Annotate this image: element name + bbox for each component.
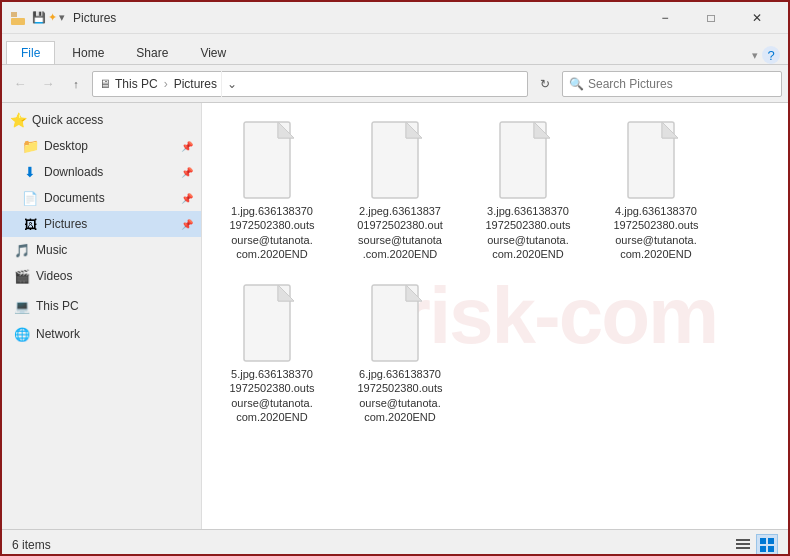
view-buttons	[732, 534, 778, 556]
search-bar[interactable]: 🔍	[562, 71, 782, 97]
this-pc-icon: 💻	[14, 298, 30, 314]
sidebar-section-quick-access[interactable]: ⭐ Quick access	[2, 107, 201, 133]
sidebar-item-music[interactable]: 🎵 Music	[2, 237, 201, 263]
sidebar-item-videos[interactable]: 🎬 Videos	[2, 263, 201, 289]
svg-rect-14	[736, 539, 750, 541]
sidebar-item-documents[interactable]: 📄 Documents 📌	[2, 185, 201, 211]
tab-file[interactable]: File	[6, 41, 55, 64]
close-button[interactable]: ✕	[734, 2, 780, 34]
refresh-button[interactable]: ↻	[532, 71, 558, 97]
file-icon-6	[368, 283, 432, 363]
address-dropdown-button[interactable]: ⌄	[221, 71, 241, 97]
breadcrumb-pictures[interactable]: Pictures	[174, 77, 217, 91]
pin-icon-pictures: 📌	[181, 219, 193, 230]
sidebar-item-this-pc[interactable]: 💻 This PC	[2, 293, 201, 319]
sidebar-documents-label: Documents	[44, 191, 105, 205]
back-button[interactable]: ←	[8, 72, 32, 96]
desktop-folder-icon: 📁	[22, 138, 38, 154]
svg-rect-16	[736, 547, 750, 549]
sidebar-videos-label: Videos	[36, 269, 72, 283]
file-name-3: 3.jpg.6361383701972502380.outsourse@tuta…	[485, 204, 570, 261]
pin-icon-downloads: 📌	[181, 167, 193, 178]
ribbon-tabs: File Home Share View ▾ ?	[2, 34, 788, 64]
sidebar-desktop-label: Desktop	[44, 139, 88, 153]
ribbon: File Home Share View ▾ ?	[2, 34, 788, 65]
svg-rect-20	[768, 546, 774, 552]
file-icon-3	[496, 120, 560, 200]
file-item-6[interactable]: 6.jpg.6361383701972502380.outsourse@tuta…	[340, 276, 460, 431]
file-name-4: 4.jpg.6361383701972502380.outsourse@tuta…	[613, 204, 698, 261]
quick-access-toolbar[interactable]: 💾 ✦ ▾	[32, 11, 65, 24]
maximize-button[interactable]: □	[688, 2, 734, 34]
file-item-4[interactable]: 4.jpg.6361383701972502380.outsourse@tuta…	[596, 113, 716, 268]
address-bar-area: ← → ↑ 🖥 This PC › Pictures ⌄ ↻ 🔍	[2, 65, 788, 103]
sidebar-network-label: Network	[36, 327, 80, 341]
svg-rect-17	[760, 538, 766, 544]
file-area: risk-com 1.jpg.6361383701972502380.outso…	[202, 103, 788, 529]
forward-button[interactable]: →	[36, 72, 60, 96]
tab-view[interactable]: View	[185, 41, 241, 64]
file-item-1[interactable]: 1.jpg.6361383701972502380.outsourse@tuta…	[212, 113, 332, 268]
app-icon	[10, 10, 26, 26]
svg-rect-0	[11, 12, 17, 17]
status-bar: 6 items	[2, 529, 788, 556]
file-item-5[interactable]: 5.jpg.6361383701972502380.outsourse@tuta…	[212, 276, 332, 431]
sidebar-item-network[interactable]: 🌐 Network	[2, 321, 201, 347]
file-item-2[interactable]: 2.jpeg.6361383701972502380.outsourse@tut…	[340, 113, 460, 268]
sidebar-item-downloads[interactable]: ⬇ Downloads 📌	[2, 159, 201, 185]
svg-rect-1	[11, 18, 25, 25]
minimize-button[interactable]: −	[642, 2, 688, 34]
breadcrumb-separator-1: ›	[164, 77, 168, 91]
downloads-icon: ⬇	[22, 164, 38, 180]
view-list-button[interactable]	[732, 534, 754, 556]
address-bar[interactable]: 🖥 This PC › Pictures ⌄	[92, 71, 528, 97]
sidebar-music-label: Music	[36, 243, 67, 257]
search-icon: 🔍	[569, 77, 584, 91]
sidebar-item-desktop[interactable]: 📁 Desktop 📌	[2, 133, 201, 159]
svg-rect-19	[760, 546, 766, 552]
window-controls[interactable]: − □ ✕	[642, 2, 780, 34]
file-name-1: 1.jpg.6361383701972502380.outsourse@tuta…	[229, 204, 314, 261]
file-icon-5	[240, 283, 304, 363]
file-item-3[interactable]: 3.jpg.6361383701972502380.outsourse@tuta…	[468, 113, 588, 268]
sidebar-item-pictures[interactable]: 🖼 Pictures 📌	[2, 211, 201, 237]
file-icon-4	[624, 120, 688, 200]
sidebar-this-pc-label: This PC	[36, 299, 79, 313]
help-button[interactable]: ?	[762, 46, 780, 64]
view-grid-button[interactable]	[756, 534, 778, 556]
svg-rect-18	[768, 538, 774, 544]
window-title: Pictures	[73, 11, 642, 25]
tab-share[interactable]: Share	[121, 41, 183, 64]
status-item-count: 6 items	[12, 538, 732, 552]
ribbon-chevron-down[interactable]: ▾	[752, 49, 758, 62]
breadcrumb-this-pc[interactable]: This PC	[115, 77, 158, 91]
documents-icon: 📄	[22, 190, 38, 206]
search-input[interactable]	[588, 77, 775, 91]
videos-icon: 🎬	[14, 268, 30, 284]
sidebar: ⭐ Quick access 📁 Desktop 📌 ⬇ Downloads 📌…	[2, 103, 202, 529]
svg-rect-15	[736, 543, 750, 545]
file-name-2: 2.jpeg.6361383701972502380.outsourse@tut…	[357, 204, 443, 261]
network-icon: 🌐	[14, 326, 30, 342]
file-name-5: 5.jpg.6361383701972502380.outsourse@tuta…	[229, 367, 314, 424]
file-icon-1	[240, 120, 304, 200]
sidebar-quick-access-label: Quick access	[32, 113, 103, 127]
title-bar: 💾 ✦ ▾ Pictures − □ ✕	[2, 2, 788, 34]
main-container: ⭐ Quick access 📁 Desktop 📌 ⬇ Downloads 📌…	[2, 103, 788, 529]
file-name-6: 6.jpg.6361383701972502380.outsourse@tuta…	[357, 367, 442, 424]
pictures-icon: 🖼	[22, 216, 38, 232]
music-icon: 🎵	[14, 242, 30, 258]
pin-icon-desktop: 📌	[181, 141, 193, 152]
quick-access-icon: ⭐	[10, 112, 26, 128]
address-bar-pc-icon: 🖥	[99, 77, 111, 91]
sidebar-downloads-label: Downloads	[44, 165, 103, 179]
up-button[interactable]: ↑	[64, 72, 88, 96]
sidebar-pictures-label: Pictures	[44, 217, 87, 231]
tab-home[interactable]: Home	[57, 41, 119, 64]
files-grid: 1.jpg.6361383701972502380.outsourse@tuta…	[212, 113, 778, 431]
pin-icon-documents: 📌	[181, 193, 193, 204]
file-icon-2	[368, 120, 432, 200]
